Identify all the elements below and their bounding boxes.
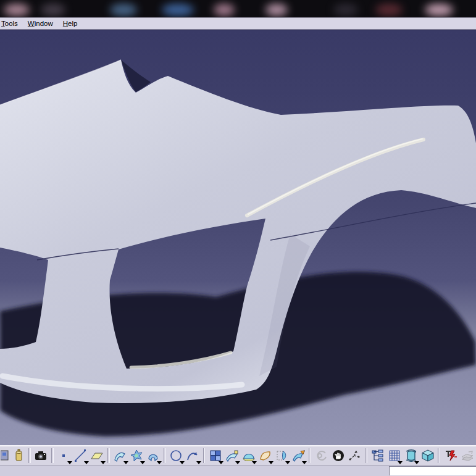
styling-sweep-button[interactable] [290, 447, 307, 464]
video-thumbnail [162, 4, 194, 16]
toolbar-separator [51, 448, 54, 463]
scene-3d [0, 30, 476, 445]
cylinder-surface-button[interactable] [145, 447, 162, 464]
patch-grid-button[interactable] [207, 447, 223, 464]
dropdown-arrow-icon[interactable] [84, 461, 89, 464]
plane-button[interactable] [89, 447, 106, 464]
video-filmstrip [0, 0, 476, 18]
rotate-view-icon [314, 448, 329, 463]
dropdown-arrow-icon[interactable] [123, 461, 128, 464]
blend-dome-button[interactable] [240, 447, 257, 464]
bottom-toolbar [0, 445, 476, 466]
extrude-surface-button[interactable] [112, 447, 128, 464]
video-thumbnail [110, 4, 137, 16]
circle-button[interactable] [168, 447, 185, 464]
toolbar-separator [438, 448, 440, 463]
pan-manipulate-icon [331, 448, 346, 463]
analysis-toggle-button[interactable] [442, 447, 459, 464]
structure-tree-button[interactable] [369, 447, 386, 464]
dropdown-arrow-icon[interactable] [302, 461, 307, 464]
dropdown-arrow-icon[interactable] [285, 461, 290, 464]
menu-bar: ToolsWindowHelp [0, 18, 476, 30]
analysis-toggle-icon [443, 448, 458, 463]
camera-button[interactable] [33, 447, 49, 464]
menu-item-tools[interactable]: Tools [0, 19, 23, 28]
apply-material-icon [11, 448, 26, 463]
toolbar-group [369, 446, 436, 466]
toolbar-group [168, 446, 201, 466]
toolbar-separator [365, 448, 367, 463]
iso-cube-button[interactable] [419, 447, 436, 464]
revolve-surface-button[interactable] [128, 447, 145, 464]
dropdown-arrow-icon[interactable] [157, 461, 162, 464]
dropdown-arrow-icon[interactable] [269, 461, 273, 464]
structure-tree-icon [370, 448, 385, 463]
dropdown-arrow-icon[interactable] [67, 461, 72, 464]
grid-button[interactable] [386, 447, 403, 464]
dropdown-arrow-icon[interactable] [101, 461, 106, 464]
toolbar-group [313, 446, 363, 466]
connect-curve-button[interactable] [185, 447, 201, 464]
viewport-3d[interactable] [0, 30, 476, 445]
dropdown-arrow-icon[interactable] [196, 461, 201, 464]
toolbar-group [33, 446, 49, 466]
toolbar-group [1, 446, 27, 466]
rotate-view-button [313, 447, 330, 464]
clipped-tool-button[interactable] [1, 447, 10, 464]
toolbar-separator [107, 448, 110, 463]
snap-axis-button[interactable] [346, 447, 363, 464]
dropdown-arrow-icon[interactable] [235, 461, 240, 464]
camera-icon [33, 448, 48, 463]
offset-surface-button[interactable] [273, 447, 290, 464]
toolbar-group [207, 446, 307, 466]
video-thumbnail [265, 4, 288, 16]
video-thumbnail [4, 4, 30, 16]
iso-cube-icon [420, 448, 435, 463]
dropdown-arrow-icon[interactable] [219, 461, 223, 464]
apply-material-button[interactable] [10, 447, 27, 464]
layers-icon [460, 448, 475, 463]
toolbar-group [442, 446, 475, 466]
revolve-body-button[interactable] [403, 447, 419, 464]
dropdown-arrow-icon[interactable] [252, 461, 257, 464]
snap-axis-icon [348, 448, 362, 463]
point-button[interactable] [56, 447, 72, 464]
video-thumbnail [425, 4, 453, 16]
status-bar [0, 466, 476, 476]
video-thumbnail [214, 4, 235, 16]
line-button[interactable] [72, 447, 89, 464]
toolbar-separator [203, 448, 206, 463]
power-input[interactable] [389, 466, 476, 475]
toolbar-group [56, 446, 106, 466]
dropdown-arrow-icon[interactable] [180, 461, 185, 464]
toolbar-separator [164, 448, 166, 463]
application-window: ToolsWindowHelp [0, 0, 476, 476]
fill-surface-button[interactable] [257, 447, 273, 464]
video-thumbnail [333, 4, 358, 16]
menu-item-help[interactable]: Help [58, 19, 83, 28]
sweep-surface-button[interactable] [223, 447, 240, 464]
pan-manipulate-button[interactable] [330, 447, 346, 464]
video-thumbnail [41, 4, 65, 16]
video-thumbnail [375, 4, 403, 16]
dropdown-arrow-icon[interactable] [414, 461, 419, 464]
dropdown-arrow-icon[interactable] [140, 461, 145, 464]
toolbar-separator [309, 448, 311, 463]
toolbar-group [112, 446, 162, 466]
clipped-tool-icon [1, 448, 9, 463]
toolbar-separator [28, 448, 31, 463]
menu-item-window[interactable]: Window [23, 19, 58, 28]
layers-button [459, 447, 475, 464]
dropdown-arrow-icon[interactable] [398, 461, 403, 464]
